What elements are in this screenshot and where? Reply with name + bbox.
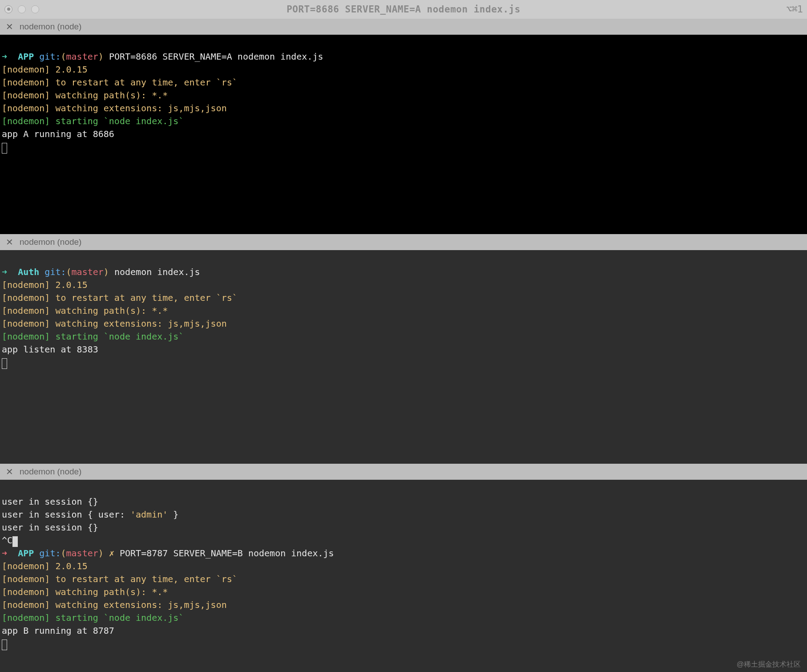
nodemon-line: to restart at any time, enter `rs` xyxy=(55,574,237,584)
nodemon-line: starting `node index.js` xyxy=(55,331,184,342)
nodemon-tag: [nodemon] xyxy=(2,77,50,88)
cursor-icon xyxy=(12,536,18,547)
pane-1-close-icon[interactable]: ✕ xyxy=(5,20,13,33)
ctrl-c: ^C xyxy=(2,535,12,546)
cursor-icon xyxy=(2,358,7,369)
prompt-arrow: ➜ xyxy=(2,51,7,62)
window-title: PORT=8686 SERVER_NAME=A nodemon index.js xyxy=(0,3,807,16)
pane-1-tab-bar: ✕ nodemon (node) xyxy=(0,19,807,35)
app-output: app listen at 8383 xyxy=(2,344,98,355)
nodemon-line: watching path(s): *.* xyxy=(55,587,168,597)
nodemon-line: 2.0.15 xyxy=(55,561,87,571)
window-titlebar: PORT=8686 SERVER_NAME=A nodemon index.js… xyxy=(0,0,807,19)
nodemon-line: watching extensions: js,mjs,json xyxy=(55,318,226,329)
terminal-output-2: ➜ Auth git:(master) nodemon index.js [no… xyxy=(0,250,807,372)
pane-3-tab-bar: ✕ nodemon (node) xyxy=(0,464,807,480)
prompt-dir: APP xyxy=(18,51,34,62)
terminal-pane-3[interactable]: user in session {} user in session { use… xyxy=(0,480,807,672)
prompt-command: PORT=8686 SERVER_NAME=A nodemon index.js xyxy=(109,51,323,62)
nodemon-tag: [nodemon] xyxy=(2,292,50,303)
pane-2-tab-bar: ✕ nodemon (node) xyxy=(0,234,807,250)
nodemon-line: 2.0.15 xyxy=(55,279,87,290)
prompt-branch: master xyxy=(66,548,98,559)
terminal-output-1: ➜ APP git:(master) PORT=8686 SERVER_NAME… xyxy=(0,35,807,156)
nodemon-tag: [nodemon] xyxy=(2,90,50,101)
prompt-dir: Auth xyxy=(18,267,39,277)
nodemon-line: 2.0.15 xyxy=(55,64,87,75)
nodemon-line: watching extensions: js,mjs,json xyxy=(55,599,226,610)
nodemon-tag: [nodemon] xyxy=(2,599,50,610)
prompt-command: nodemon index.js xyxy=(114,267,200,277)
nodemon-line: watching extensions: js,mjs,json xyxy=(55,103,226,113)
nodemon-line: to restart at any time, enter `rs` xyxy=(55,77,237,88)
prompt-dir: APP xyxy=(18,548,34,559)
terminal-output-3: user in session {} user in session { use… xyxy=(0,480,807,653)
nodemon-tag: [nodemon] xyxy=(2,116,50,126)
git-dirty-icon: ✗ xyxy=(109,548,114,559)
terminal-pane-1[interactable]: ➜ APP git:(master) PORT=8686 SERVER_NAME… xyxy=(0,35,807,234)
nodemon-line: starting `node index.js` xyxy=(55,116,184,126)
session-line: } xyxy=(168,509,178,520)
app-output: app A running at 8686 xyxy=(2,129,114,139)
nodemon-tag: [nodemon] xyxy=(2,574,50,584)
prompt-git-label: git: xyxy=(39,51,61,62)
nodemon-tag: [nodemon] xyxy=(2,561,50,571)
nodemon-line: to restart at any time, enter `rs` xyxy=(55,292,237,303)
prompt-command: PORT=8787 SERVER_NAME=B nodemon index.js xyxy=(120,548,334,559)
pane-3-close-icon[interactable]: ✕ xyxy=(5,466,13,478)
nodemon-tag: [nodemon] xyxy=(2,318,50,329)
app-output: app B running at 8787 xyxy=(2,625,114,636)
pane-1-tab-label[interactable]: nodemon (node) xyxy=(20,20,81,33)
session-line: user in session {} xyxy=(2,522,98,533)
nodemon-line: starting `node index.js` xyxy=(55,612,184,623)
cursor-icon xyxy=(2,640,7,650)
prompt-arrow: ➜ xyxy=(2,548,7,559)
nodemon-tag: [nodemon] xyxy=(2,103,50,113)
cursor-icon xyxy=(2,143,7,154)
prompt-git-label: git: xyxy=(39,548,61,559)
nodemon-tag: [nodemon] xyxy=(2,305,50,316)
nodemon-tag: [nodemon] xyxy=(2,612,50,623)
pane-3-tab-label[interactable]: nodemon (node) xyxy=(20,466,81,478)
terminal-pane-2[interactable]: ➜ Auth git:(master) nodemon index.js [no… xyxy=(0,250,807,464)
prompt-git-label: git: xyxy=(44,267,66,277)
session-user-value: 'admin' xyxy=(130,509,168,520)
nodemon-tag: [nodemon] xyxy=(2,279,50,290)
pane-2-close-icon[interactable]: ✕ xyxy=(5,236,13,249)
prompt-branch: master xyxy=(72,267,104,277)
nodemon-line: watching path(s): *.* xyxy=(55,305,168,316)
nodemon-tag: [nodemon] xyxy=(2,587,50,597)
nodemon-tag: [nodemon] xyxy=(2,64,50,75)
session-line: user in session {} xyxy=(2,496,98,507)
prompt-arrow: ➜ xyxy=(2,267,7,277)
prompt-branch: master xyxy=(66,51,98,62)
pane-2-tab-label[interactable]: nodemon (node) xyxy=(20,236,81,248)
watermark: @稀土掘金技术社区 xyxy=(737,659,801,669)
nodemon-line: watching path(s): *.* xyxy=(55,90,168,101)
session-line: user in session { user: xyxy=(2,509,130,520)
nodemon-tag: [nodemon] xyxy=(2,331,50,342)
